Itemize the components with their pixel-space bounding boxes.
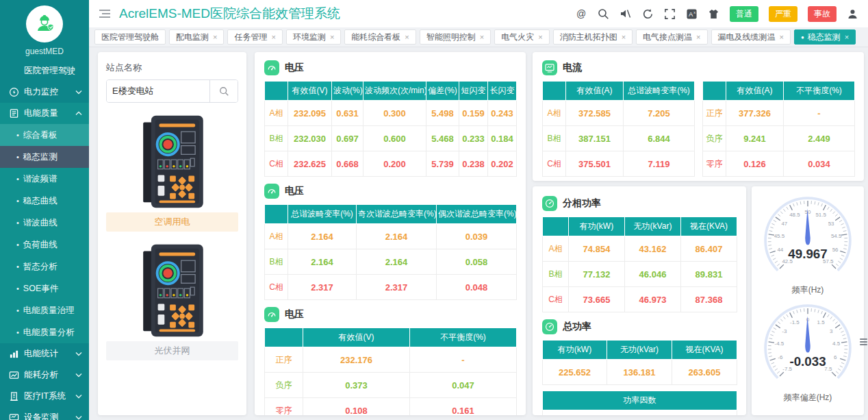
table-cell: 87.368 [681,287,737,312]
sidebar-subitem-综合看板[interactable]: •综合看板 [0,124,89,146]
device-image [121,112,224,212]
active-dot: ● [801,34,804,40]
tab-稳态监测[interactable]: ●稳态监测× [794,29,856,45]
svg-text:-3: -3 [782,328,787,334]
sidebar-item-设备监测[interactable]: 设备监测 [0,407,89,420]
tab-close-icon[interactable]: × [405,33,409,41]
status-badge[interactable]: 严重 [769,6,797,22]
sidebar-subitem-label: 电能质量分析 [23,327,75,338]
user-icon[interactable] [847,8,858,20]
tab-label: 漏电及线缆测温 [718,32,776,43]
power-quality-icon [8,108,19,119]
tab-任务管理[interactable]: 任务管理× [227,29,282,45]
device-label[interactable]: 空调用电 [106,212,238,232]
tab-label: 电气接点测温 [643,32,692,43]
tab-电气接点测温[interactable]: 电气接点测温× [636,29,707,45]
device-image-光伏并网[interactable] [106,240,238,341]
bullet-dot: • [16,175,19,183]
tab-close-icon[interactable]: × [845,33,849,41]
tab-close-icon[interactable]: × [480,33,484,41]
menu-toggle-icon[interactable] [99,9,111,18]
tab-close-icon[interactable]: × [622,33,626,41]
sidebar-subitem-负荷曲线[interactable]: •负荷曲线 [0,234,89,256]
tab-close-icon[interactable]: × [538,33,542,41]
side-collapse-handle[interactable] [860,334,867,350]
sidebar-item-电能质量[interactable]: 电能质量 [0,103,89,124]
sidebar-subitem-谐波频谱[interactable]: •谐波频谱 [0,168,89,190]
status-badge[interactable]: 普通 [730,6,758,22]
mute-icon[interactable] [620,8,632,20]
tab-医院管理驾驶舱[interactable]: 医院管理驾驶舱 [94,29,166,45]
corner-cell [265,82,288,101]
status-badge[interactable]: 事故 [808,6,837,22]
table-cell: 2.317 [357,275,437,300]
column-header: 有效值(V) [303,328,410,347]
table-cell: 2.317 [288,275,357,300]
data-table: 有功(kW)无功(kVar)视在(KVA)A相74.85443.16286.40… [542,217,737,312]
device-card: 光伏并网 [106,240,238,360]
device-image-空调用电[interactable] [106,111,238,212]
sidebar-item-电力监控[interactable]: 电力监控 [0,82,89,103]
device-label[interactable]: 光伏并网 [106,341,238,360]
sidebar-item-医院管理驾驶舱[interactable]: 医院管理驾驶舱 [0,60,89,82]
search-icon[interactable] [598,8,609,20]
sidebar-item-能耗分析[interactable]: 能耗分析 [0,365,89,386]
theme-icon[interactable] [708,8,719,20]
tab-漏电及线缆测温[interactable]: 漏电及线缆测温× [711,29,791,45]
svg-text:1.5: 1.5 [817,319,826,325]
tab-close-icon[interactable]: × [696,33,700,41]
table-cell: 2.164 [288,249,357,275]
tab-close-icon[interactable]: × [780,33,784,41]
svg-text:47: 47 [781,221,787,227]
tab-消防主机拓扑图[interactable]: 消防主机拓扑图× [553,29,633,45]
tab-智能照明控制[interactable]: 智能照明控制× [420,29,491,45]
table-cell: 0.200 [363,151,426,177]
data-table: 功率因数0.855 [542,391,737,415]
table-row: A相74.85443.16286.407 [543,236,737,262]
tab-close-icon[interactable]: × [330,33,334,41]
bullet-dot: • [16,131,19,139]
current-panel: 电流有效值(A)总谐波畸变率(%)A相372.5857.205B相387.151… [533,52,864,181]
tab-电气火灾[interactable]: 电气火灾× [494,29,549,45]
svg-text:-0.033: -0.033 [789,354,826,369]
column-header: 波动(%) [332,82,363,101]
sidebar-item-label: 电能统计 [24,348,75,360]
table-cell: 232.095 [288,101,332,126]
table-cell: 0.126 [726,151,784,177]
avatar[interactable] [26,5,63,42]
fullscreen-icon[interactable] [664,8,676,20]
sidebar-subitem-电能质量治理[interactable]: •电能质量治理 [0,299,89,321]
column-header: 不平衡度(%) [410,328,517,347]
at-icon[interactable]: @ [575,8,587,20]
sidebar-subitem-SOE事件[interactable]: •SOE事件 [0,277,89,299]
station-search-button[interactable] [209,80,238,102]
data-table: 有效值(V)不平衡度(%)正序232.176-负序0.3730.047零序0.1… [264,328,517,415]
sidebar-subitem-暂态分析[interactable]: •暂态分析 [0,256,89,277]
sidebar-item-label: 能耗分析 [24,369,75,381]
tab-close-icon[interactable]: × [271,33,275,41]
sidebar-item-电能统计[interactable]: 电能统计 [0,343,89,365]
table-row: 负序0.3730.047 [265,373,517,398]
station-search-input[interactable] [107,80,209,102]
svg-text:-4.5: -4.5 [775,341,784,347]
column-header: 长闪变 [488,82,517,101]
row-label: B相 [543,126,566,151]
table-cell: 0.047 [410,373,517,398]
row-label: 负序 [703,126,726,151]
data-table: 有效值(A)不平衡度(%)正序377.326-负序9.2412.449零序0.1… [702,81,855,177]
sidebar-subitem-谐波曲线[interactable]: •谐波曲线 [0,212,89,234]
tab-配电监测[interactable]: 配电监测× [169,29,224,45]
sidebar-subitem-稳态监测[interactable]: •稳态监测 [0,146,89,168]
device-monitor-icon [8,412,19,420]
tab-close-icon[interactable]: × [213,33,217,41]
refresh-icon[interactable] [642,8,654,20]
sidebar-subitem-稳态曲线[interactable]: •稳态曲线 [0,190,89,212]
font-size-icon[interactable]: Ax [686,8,698,20]
tab-label: 智能照明控制 [426,32,476,43]
svg-text:x: x [693,10,695,14]
tab-环境监测[interactable]: 环境监测× [286,29,341,45]
tab-能耗综合看板[interactable]: 能耗综合看板× [344,29,416,45]
sidebar-subitem-电能质量分析[interactable]: •电能质量分析 [0,321,89,343]
sidebar-item-医疗IT系统[interactable]: 医疗IT系统 [0,386,89,407]
column-header: 偏差(%) [426,82,459,101]
